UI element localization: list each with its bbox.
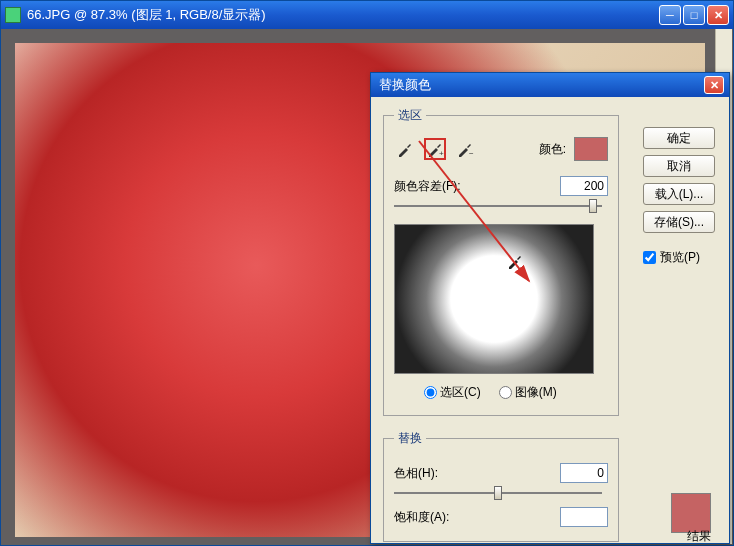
slider-track bbox=[394, 205, 602, 207]
dialog-title: 替换颜色 bbox=[379, 76, 704, 94]
slider-thumb[interactable] bbox=[589, 199, 597, 213]
svg-text:−: − bbox=[469, 149, 474, 158]
fuzziness-input[interactable] bbox=[560, 176, 608, 196]
titlebar: 66.JPG @ 87.3% (图层 1, RGB/8/显示器) ─ □ ✕ bbox=[1, 1, 733, 29]
hue-row: 色相(H): bbox=[394, 463, 608, 483]
selection-preview[interactable] bbox=[394, 224, 594, 374]
preview-checkbox[interactable] bbox=[643, 251, 656, 264]
selection-legend: 选区 bbox=[394, 107, 426, 124]
fuzziness-slider[interactable] bbox=[394, 198, 602, 214]
ok-button[interactable]: 确定 bbox=[643, 127, 715, 149]
cancel-button[interactable]: 取消 bbox=[643, 155, 715, 177]
hue-input[interactable] bbox=[560, 463, 608, 483]
radio-selection-label: 选区(C) bbox=[440, 384, 481, 401]
result-swatch[interactable] bbox=[671, 493, 711, 533]
dialog-button-column: 确定 取消 载入(L)... 存储(S)... 预览(P) bbox=[643, 127, 715, 266]
dialog-close-button[interactable]: ✕ bbox=[704, 76, 724, 94]
close-button[interactable]: ✕ bbox=[707, 5, 729, 25]
eyedropper-minus-icon[interactable]: − bbox=[454, 138, 476, 160]
radio-selection[interactable]: 选区(C) bbox=[424, 384, 481, 401]
dialog-titlebar: 替换颜色 ✕ bbox=[371, 73, 729, 97]
saturation-row: 饱和度(A): bbox=[394, 507, 608, 527]
slider-thumb[interactable] bbox=[494, 486, 502, 500]
eyedropper-icon[interactable] bbox=[394, 138, 416, 160]
dialog-body: 确定 取消 载入(L)... 存储(S)... 预览(P) 选区 + − bbox=[371, 97, 729, 543]
save-button[interactable]: 存储(S)... bbox=[643, 211, 715, 233]
saturation-input[interactable] bbox=[560, 507, 608, 527]
fuzziness-label: 颜色容差(F): bbox=[394, 178, 461, 195]
eyedropper-row: + − 颜色: bbox=[394, 134, 608, 164]
minimize-button[interactable]: ─ bbox=[659, 5, 681, 25]
radio-image-input[interactable] bbox=[499, 386, 512, 399]
result-label: 结果 bbox=[687, 528, 711, 545]
replace-legend: 替换 bbox=[394, 430, 426, 447]
radio-selection-input[interactable] bbox=[424, 386, 437, 399]
load-button[interactable]: 载入(L)... bbox=[643, 183, 715, 205]
hue-label: 色相(H): bbox=[394, 465, 438, 482]
fuzziness-row: 颜色容差(F): bbox=[394, 176, 608, 196]
replace-group: 替换 色相(H): 饱和度(A): bbox=[383, 430, 619, 542]
color-swatch[interactable] bbox=[574, 137, 608, 161]
app-icon bbox=[5, 7, 21, 23]
radio-image-label: 图像(M) bbox=[515, 384, 557, 401]
maximize-button[interactable]: □ bbox=[683, 5, 705, 25]
preview-mode-radios: 选区(C) 图像(M) bbox=[424, 384, 608, 401]
eyedropper-plus-icon[interactable]: + bbox=[424, 138, 446, 160]
preview-label: 预览(P) bbox=[660, 249, 700, 266]
radio-image[interactable]: 图像(M) bbox=[499, 384, 557, 401]
preview-checkbox-row[interactable]: 预览(P) bbox=[643, 249, 715, 266]
window-title: 66.JPG @ 87.3% (图层 1, RGB/8/显示器) bbox=[27, 6, 657, 24]
replace-color-dialog: 替换颜色 ✕ 确定 取消 载入(L)... 存储(S)... 预览(P) 选区 … bbox=[370, 72, 730, 544]
preview-eyedropper-cursor bbox=[507, 253, 523, 269]
hue-slider[interactable] bbox=[394, 485, 602, 501]
selection-group: 选区 + − 颜色: 颜色容差(F): bbox=[383, 107, 619, 416]
svg-text:+: + bbox=[439, 149, 444, 158]
saturation-label: 饱和度(A): bbox=[394, 509, 449, 526]
color-label: 颜色: bbox=[539, 141, 566, 158]
